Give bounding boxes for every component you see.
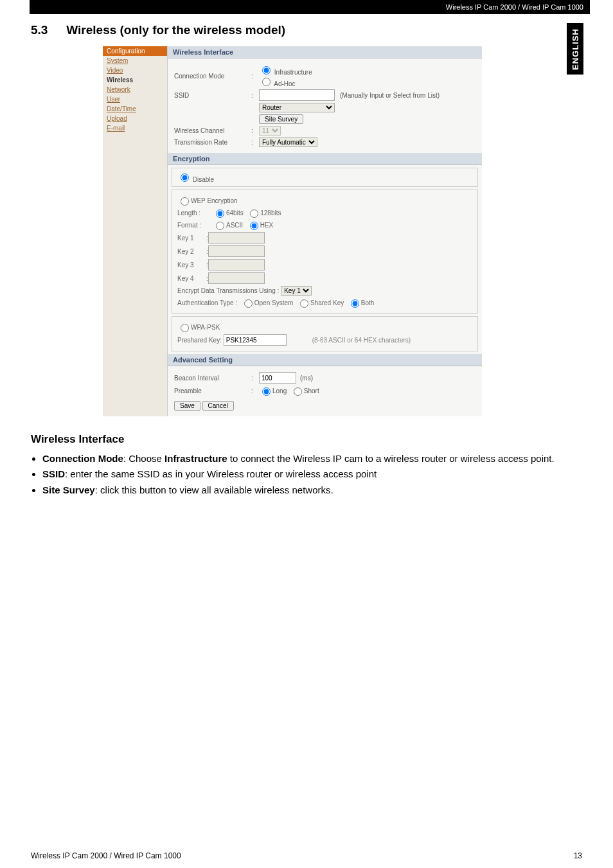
auth-shared-label: Shared Key — [310, 299, 344, 306]
wep-length-128[interactable] — [250, 209, 258, 218]
preamble-short-radio[interactable] — [294, 387, 302, 396]
wireless-channel-label: Wireless Channel — [174, 127, 251, 134]
config-sidebar: Configuration System Video Wireless Netw… — [103, 46, 168, 416]
wep-key2-input[interactable] — [208, 245, 265, 257]
panel-advanced-title: Advanced Setting — [168, 354, 482, 366]
ssid-label: SSID — [174, 92, 251, 99]
wep-key4-label: Key 4 — [177, 275, 206, 282]
preamble-short-label: Short — [304, 387, 319, 394]
wep-format-label: Format : — [177, 222, 213, 229]
header-product: Wireless IP Cam 2000 / Wired IP Cam 1000 — [446, 3, 583, 11]
save-button[interactable]: Save — [174, 401, 200, 411]
wep-auth-type-label: Authentication Type : — [177, 299, 237, 306]
body-bullet-list: Connection Mode: Choose Infrastructure t… — [42, 452, 574, 497]
beacon-input[interactable] — [259, 372, 296, 384]
bullet-connection-mode: Connection Mode: Choose Infrastructure t… — [42, 452, 574, 465]
beacon-label: Beacon Interval — [174, 375, 251, 382]
wep-key3-input[interactable] — [208, 259, 265, 270]
preamble-long-label: Long — [272, 387, 287, 394]
preamble-long-radio[interactable] — [262, 387, 271, 396]
wep-key3-label: Key 3 — [177, 261, 206, 269]
encryption-wpa-radio[interactable] — [181, 324, 189, 332]
encryption-wep-radio[interactable] — [181, 197, 189, 206]
wep-encrypt-using-label: Encrypt Data Transmissions Using : — [177, 287, 279, 294]
cancel-button[interactable]: Cancel — [202, 401, 234, 411]
config-screenshot: Configuration System Video Wireless Netw… — [103, 46, 482, 416]
language-tab-text: ENGLISH — [571, 28, 580, 70]
sidebar-header: Configuration — [103, 46, 167, 56]
transmission-rate-label: Transmission Rate — [174, 139, 251, 146]
footer-left: Wireless IP Cam 2000 / Wired IP Cam 1000 — [31, 851, 181, 860]
sidebar-item-wireless[interactable]: Wireless — [103, 75, 167, 85]
wep-encrypt-using-select[interactable]: Key 1 — [281, 286, 312, 296]
wep-key1-label: Key 1 — [177, 235, 206, 242]
sidebar-item-upload[interactable]: Upload — [103, 114, 167, 123]
site-survey-button[interactable]: Site Survey — [259, 114, 303, 124]
auth-open-radio[interactable] — [244, 299, 253, 308]
auth-both-radio[interactable] — [351, 299, 359, 308]
encryption-wep-label: WEP Encryption — [191, 197, 238, 204]
ssid-hint: (Manually Input or Select from List) — [340, 92, 440, 99]
wep-key2-label: Key 2 — [177, 248, 206, 255]
encryption-wpa-label: WPA-PSK — [191, 324, 220, 331]
connection-mode-infrastructure[interactable] — [262, 66, 271, 75]
wep-length-label: Length : — [177, 209, 213, 217]
language-tab: ENGLISH — [567, 23, 583, 75]
wpa-psk-label: Preshared Key: — [177, 337, 222, 344]
connection-mode-label: Connection Mode — [174, 73, 251, 80]
wep-format-ascii-label: ASCII — [226, 222, 243, 229]
ssid-input[interactable] — [259, 89, 335, 101]
beacon-unit: (ms) — [300, 375, 313, 382]
wep-format-hex[interactable] — [250, 222, 258, 230]
wpa-psk-hint: (8-63 ASCII or 64 HEX characters) — [312, 337, 411, 344]
wpa-psk-input[interactable] — [224, 334, 287, 346]
encryption-disable-radio[interactable] — [181, 173, 189, 182]
connection-mode-adhoc[interactable] — [262, 78, 271, 86]
sidebar-item-user[interactable]: User — [103, 94, 167, 104]
preamble-label: Preamble — [174, 387, 251, 394]
wep-length-64[interactable] — [216, 209, 224, 218]
connection-mode-infrastructure-label: Infrastructure — [274, 69, 312, 76]
bullet-site-survey: Site Survey: click this button to view a… — [42, 484, 574, 497]
bullet-ssid: SSID: enter the same SSID as in your Wir… — [42, 468, 574, 481]
footer-page-number: 13 — [574, 851, 582, 860]
wep-key4-input[interactable] — [208, 272, 265, 284]
auth-open-label: Open System — [254, 299, 294, 306]
sidebar-item-datetime[interactable]: Date/Time — [103, 104, 167, 114]
wep-length-64-label: 64bits — [226, 209, 244, 217]
connection-mode-adhoc-label: Ad-Hoc — [274, 80, 295, 87]
section-heading: 5.3 Wireless (only for the wireless mode… — [31, 23, 574, 37]
wep-length-128-label: 128bits — [260, 209, 281, 217]
section-number: 5.3 — [31, 23, 63, 37]
sidebar-item-email[interactable]: E-mail — [103, 123, 167, 133]
auth-shared-radio[interactable] — [300, 299, 308, 308]
panel-encryption-title: Encryption — [168, 153, 482, 165]
ssid-router-select[interactable]: Router — [259, 103, 335, 112]
sidebar-item-network[interactable]: Network — [103, 85, 167, 94]
encryption-disable-label: Disable — [193, 176, 214, 183]
body-subheading: Wireless Interface — [31, 433, 574, 446]
panel-wireless-interface-title: Wireless Interface — [168, 46, 482, 58]
auth-both-label: Both — [361, 299, 375, 306]
sidebar-item-system[interactable]: System — [103, 56, 167, 66]
wep-format-ascii[interactable] — [216, 222, 224, 230]
transmission-rate-select[interactable]: Fully Automatic — [259, 137, 317, 147]
wep-key1-input[interactable] — [208, 232, 265, 244]
wireless-channel-select[interactable]: 11 — [259, 126, 281, 136]
section-title: Wireless (only for the wireless model) — [66, 23, 285, 37]
sidebar-item-video[interactable]: Video — [103, 66, 167, 75]
wep-format-hex-label: HEX — [260, 222, 274, 229]
